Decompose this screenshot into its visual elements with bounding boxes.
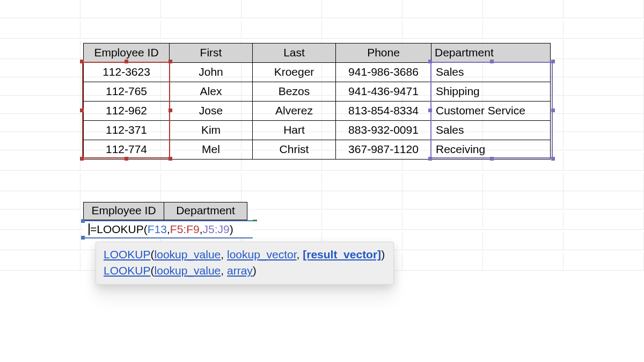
cell-first[interactable]: Jose <box>170 102 253 121</box>
cell-department[interactable]: Shipping <box>431 82 551 102</box>
cell-phone[interactable]: 367-987-1120 <box>336 140 431 160</box>
cell-last[interactable]: Bezos <box>253 82 336 102</box>
formula-arg-lookup-value: F13 <box>148 221 167 238</box>
col-header-employee-id[interactable]: Employee ID <box>84 44 170 63</box>
cell-department[interactable]: Receiving <box>431 140 551 160</box>
cell-employee-id[interactable]: 112-765 <box>84 82 170 102</box>
formula-close-paren: ) <box>230 221 233 238</box>
lookup-headers[interactable]: Employee ID Department <box>83 202 247 220</box>
cell-employee-id[interactable]: 112-962 <box>84 102 170 121</box>
cell-first[interactable]: Kim <box>170 121 253 140</box>
cell-first[interactable]: Mel <box>170 140 253 160</box>
col-header-last[interactable]: Last <box>253 44 336 63</box>
cell-last[interactable]: Christ <box>253 140 336 160</box>
cell-last[interactable]: Kroeger <box>253 63 336 82</box>
cell-phone[interactable]: 941-986-3686 <box>336 63 431 82</box>
tooltip-signature-2: LOOKUP(lookup_value, array) <box>104 263 385 279</box>
formula-prefix: = <box>90 221 97 238</box>
formula-arg-result-vector: J5:J9 <box>203 221 230 238</box>
table-row[interactable]: 112-774 Mel Christ 367-987-1120 Receivin… <box>84 140 551 160</box>
text-cursor-icon <box>89 223 90 235</box>
cell-phone[interactable]: 813-854-8334 <box>336 102 431 121</box>
tooltip-fn-link[interactable]: LOOKUP <box>104 264 151 277</box>
cell-department[interactable]: Sales <box>431 121 551 140</box>
cell-employee-id[interactable]: 112-3623 <box>84 63 170 82</box>
cell-phone[interactable]: 941-436-9471 <box>336 82 431 102</box>
table-row[interactable]: 112-371 Kim Hart 883-932-0091 Sales <box>84 121 551 140</box>
lookup-header-department[interactable]: Department <box>164 202 247 220</box>
spreadsheet-viewport[interactable]: Employee ID First Last Phone Department … <box>0 0 644 362</box>
cell-employee-id[interactable]: 112-371 <box>84 121 170 140</box>
cell-first[interactable]: Alex <box>170 82 253 102</box>
table-row[interactable]: 112-3623 John Kroeger 941-986-3686 Sales <box>84 63 551 82</box>
cell-last[interactable]: Alverez <box>253 102 336 121</box>
tooltip-signature-1: LOOKUP(lookup_value, lookup_vector, [res… <box>104 247 385 263</box>
tooltip-arg-link[interactable]: lookup_vector <box>227 248 297 260</box>
lookup-header-employee-id[interactable]: Employee ID <box>84 202 164 220</box>
formula-arg-lookup-vector: F5:F9 <box>170 221 200 238</box>
formula-edit-cell[interactable]: =LOOKUP(F13,F5:F9,J5:J9) <box>83 220 253 238</box>
cell-employee-id[interactable]: 112-774 <box>84 140 170 160</box>
cell-last[interactable]: Hart <box>253 121 336 140</box>
tooltip-arg-current[interactable]: [result_vector] <box>303 248 381 260</box>
tooltip-arg-link[interactable]: lookup_value <box>155 264 221 277</box>
col-header-first[interactable]: First <box>170 44 253 63</box>
col-header-phone[interactable]: Phone <box>336 44 431 63</box>
tooltip-fn-link[interactable]: LOOKUP <box>104 248 151 260</box>
table-row[interactable]: 112-765 Alex Bezos 941-436-9471 Shipping <box>84 82 551 102</box>
formula-fn-name: LOOKUP <box>97 221 144 238</box>
employee-table[interactable]: Employee ID First Last Phone Department … <box>83 43 551 160</box>
formula-open-paren: ( <box>144 221 148 238</box>
tooltip-arg-link[interactable]: lookup_value <box>155 248 221 260</box>
cell-department[interactable]: Sales <box>431 63 551 82</box>
table-header-row: Employee ID First Last Phone Department <box>84 44 551 63</box>
range-edge-marker-green <box>253 220 257 221</box>
cell-phone[interactable]: 883-932-0091 <box>336 121 431 140</box>
tooltip-arg-link[interactable]: array <box>227 264 253 277</box>
table-row[interactable]: 112-962 Jose Alverez 813-854-8334 Custom… <box>84 102 551 121</box>
cell-first[interactable]: John <box>170 63 253 82</box>
col-header-department[interactable]: Department <box>431 44 551 63</box>
cell-department[interactable]: Customer Service <box>431 102 551 121</box>
function-signature-tooltip: LOOKUP(lookup_value, lookup_vector, [res… <box>96 242 394 285</box>
